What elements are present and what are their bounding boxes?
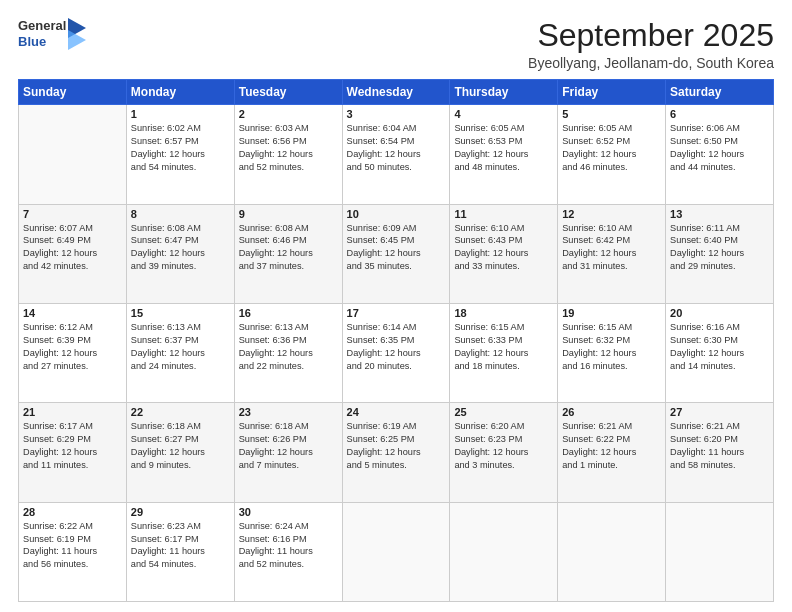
day-info: Sunrise: 6:12 AM Sunset: 6:39 PM Dayligh… — [23, 321, 122, 373]
calendar-cell — [342, 502, 450, 601]
calendar-cell: 28Sunrise: 6:22 AM Sunset: 6:19 PM Dayli… — [19, 502, 127, 601]
calendar-cell: 4Sunrise: 6:05 AM Sunset: 6:53 PM Daylig… — [450, 105, 558, 204]
calendar-cell: 25Sunrise: 6:20 AM Sunset: 6:23 PM Dayli… — [450, 403, 558, 502]
day-number: 3 — [347, 108, 446, 120]
day-info: Sunrise: 6:08 AM Sunset: 6:46 PM Dayligh… — [239, 222, 338, 274]
day-number: 14 — [23, 307, 122, 319]
calendar-cell: 20Sunrise: 6:16 AM Sunset: 6:30 PM Dayli… — [666, 303, 774, 402]
logo-blue: Blue — [18, 34, 66, 50]
calendar-header-saturday: Saturday — [666, 80, 774, 105]
day-info: Sunrise: 6:10 AM Sunset: 6:43 PM Dayligh… — [454, 222, 553, 274]
calendar-cell: 27Sunrise: 6:21 AM Sunset: 6:20 PM Dayli… — [666, 403, 774, 502]
calendar-cell: 23Sunrise: 6:18 AM Sunset: 6:26 PM Dayli… — [234, 403, 342, 502]
calendar-cell: 9Sunrise: 6:08 AM Sunset: 6:46 PM Daylig… — [234, 204, 342, 303]
calendar-cell: 13Sunrise: 6:11 AM Sunset: 6:40 PM Dayli… — [666, 204, 774, 303]
calendar-cell: 17Sunrise: 6:14 AM Sunset: 6:35 PM Dayli… — [342, 303, 450, 402]
calendar-header-thursday: Thursday — [450, 80, 558, 105]
calendar-header-row: SundayMondayTuesdayWednesdayThursdayFrid… — [19, 80, 774, 105]
calendar-cell: 3Sunrise: 6:04 AM Sunset: 6:54 PM Daylig… — [342, 105, 450, 204]
day-info: Sunrise: 6:04 AM Sunset: 6:54 PM Dayligh… — [347, 122, 446, 174]
day-number: 25 — [454, 406, 553, 418]
day-number: 27 — [670, 406, 769, 418]
calendar-cell: 6Sunrise: 6:06 AM Sunset: 6:50 PM Daylig… — [666, 105, 774, 204]
day-info: Sunrise: 6:21 AM Sunset: 6:20 PM Dayligh… — [670, 420, 769, 472]
day-info: Sunrise: 6:13 AM Sunset: 6:36 PM Dayligh… — [239, 321, 338, 373]
day-info: Sunrise: 6:18 AM Sunset: 6:27 PM Dayligh… — [131, 420, 230, 472]
logo-icon — [68, 18, 86, 50]
day-number: 17 — [347, 307, 446, 319]
calendar-cell: 22Sunrise: 6:18 AM Sunset: 6:27 PM Dayli… — [126, 403, 234, 502]
calendar-header-sunday: Sunday — [19, 80, 127, 105]
day-info: Sunrise: 6:02 AM Sunset: 6:57 PM Dayligh… — [131, 122, 230, 174]
calendar-week-row: 21Sunrise: 6:17 AM Sunset: 6:29 PM Dayli… — [19, 403, 774, 502]
day-info: Sunrise: 6:23 AM Sunset: 6:17 PM Dayligh… — [131, 520, 230, 572]
calendar-cell: 5Sunrise: 6:05 AM Sunset: 6:52 PM Daylig… — [558, 105, 666, 204]
calendar-cell: 24Sunrise: 6:19 AM Sunset: 6:25 PM Dayli… — [342, 403, 450, 502]
calendar-week-row: 14Sunrise: 6:12 AM Sunset: 6:39 PM Dayli… — [19, 303, 774, 402]
calendar-cell: 11Sunrise: 6:10 AM Sunset: 6:43 PM Dayli… — [450, 204, 558, 303]
day-number: 22 — [131, 406, 230, 418]
calendar-cell: 7Sunrise: 6:07 AM Sunset: 6:49 PM Daylig… — [19, 204, 127, 303]
day-number: 7 — [23, 208, 122, 220]
calendar-cell: 8Sunrise: 6:08 AM Sunset: 6:47 PM Daylig… — [126, 204, 234, 303]
calendar-cell: 21Sunrise: 6:17 AM Sunset: 6:29 PM Dayli… — [19, 403, 127, 502]
calendar-cell: 18Sunrise: 6:15 AM Sunset: 6:33 PM Dayli… — [450, 303, 558, 402]
day-info: Sunrise: 6:17 AM Sunset: 6:29 PM Dayligh… — [23, 420, 122, 472]
day-number: 15 — [131, 307, 230, 319]
day-info: Sunrise: 6:14 AM Sunset: 6:35 PM Dayligh… — [347, 321, 446, 373]
calendar-cell: 12Sunrise: 6:10 AM Sunset: 6:42 PM Dayli… — [558, 204, 666, 303]
day-info: Sunrise: 6:03 AM Sunset: 6:56 PM Dayligh… — [239, 122, 338, 174]
calendar-cell: 30Sunrise: 6:24 AM Sunset: 6:16 PM Dayli… — [234, 502, 342, 601]
day-info: Sunrise: 6:11 AM Sunset: 6:40 PM Dayligh… — [670, 222, 769, 274]
day-number: 26 — [562, 406, 661, 418]
day-info: Sunrise: 6:06 AM Sunset: 6:50 PM Dayligh… — [670, 122, 769, 174]
day-number: 30 — [239, 506, 338, 518]
day-info: Sunrise: 6:13 AM Sunset: 6:37 PM Dayligh… — [131, 321, 230, 373]
calendar-cell — [666, 502, 774, 601]
day-info: Sunrise: 6:15 AM Sunset: 6:32 PM Dayligh… — [562, 321, 661, 373]
calendar-cell — [558, 502, 666, 601]
day-number: 2 — [239, 108, 338, 120]
logo: General Blue — [18, 18, 86, 50]
calendar-table: SundayMondayTuesdayWednesdayThursdayFrid… — [18, 79, 774, 602]
title-block: September 2025 Byeollyang, Jeollanam-do,… — [528, 18, 774, 71]
calendar-cell: 26Sunrise: 6:21 AM Sunset: 6:22 PM Dayli… — [558, 403, 666, 502]
day-number: 21 — [23, 406, 122, 418]
logo-general: General — [18, 18, 66, 34]
logo-text: General Blue — [18, 18, 66, 49]
calendar-header-friday: Friday — [558, 80, 666, 105]
day-number: 5 — [562, 108, 661, 120]
calendar-cell: 16Sunrise: 6:13 AM Sunset: 6:36 PM Dayli… — [234, 303, 342, 402]
day-info: Sunrise: 6:09 AM Sunset: 6:45 PM Dayligh… — [347, 222, 446, 274]
calendar-header-tuesday: Tuesday — [234, 80, 342, 105]
day-info: Sunrise: 6:07 AM Sunset: 6:49 PM Dayligh… — [23, 222, 122, 274]
calendar-cell — [19, 105, 127, 204]
calendar-header-wednesday: Wednesday — [342, 80, 450, 105]
location: Byeollyang, Jeollanam-do, South Korea — [528, 55, 774, 71]
calendar-cell: 29Sunrise: 6:23 AM Sunset: 6:17 PM Dayli… — [126, 502, 234, 601]
day-info: Sunrise: 6:24 AM Sunset: 6:16 PM Dayligh… — [239, 520, 338, 572]
day-number: 9 — [239, 208, 338, 220]
calendar-cell: 14Sunrise: 6:12 AM Sunset: 6:39 PM Dayli… — [19, 303, 127, 402]
day-number: 12 — [562, 208, 661, 220]
day-number: 18 — [454, 307, 553, 319]
calendar-cell: 15Sunrise: 6:13 AM Sunset: 6:37 PM Dayli… — [126, 303, 234, 402]
day-number: 1 — [131, 108, 230, 120]
day-info: Sunrise: 6:19 AM Sunset: 6:25 PM Dayligh… — [347, 420, 446, 472]
calendar-cell: 10Sunrise: 6:09 AM Sunset: 6:45 PM Dayli… — [342, 204, 450, 303]
day-info: Sunrise: 6:20 AM Sunset: 6:23 PM Dayligh… — [454, 420, 553, 472]
day-number: 28 — [23, 506, 122, 518]
header: General Blue September 2025 Byeollyang, … — [18, 18, 774, 71]
day-number: 23 — [239, 406, 338, 418]
day-number: 29 — [131, 506, 230, 518]
calendar-cell: 19Sunrise: 6:15 AM Sunset: 6:32 PM Dayli… — [558, 303, 666, 402]
calendar-cell: 1Sunrise: 6:02 AM Sunset: 6:57 PM Daylig… — [126, 105, 234, 204]
day-number: 19 — [562, 307, 661, 319]
day-info: Sunrise: 6:10 AM Sunset: 6:42 PM Dayligh… — [562, 222, 661, 274]
page: General Blue September 2025 Byeollyang, … — [0, 0, 792, 612]
day-number: 10 — [347, 208, 446, 220]
calendar-header-monday: Monday — [126, 80, 234, 105]
day-info: Sunrise: 6:08 AM Sunset: 6:47 PM Dayligh… — [131, 222, 230, 274]
calendar-cell — [450, 502, 558, 601]
day-number: 24 — [347, 406, 446, 418]
